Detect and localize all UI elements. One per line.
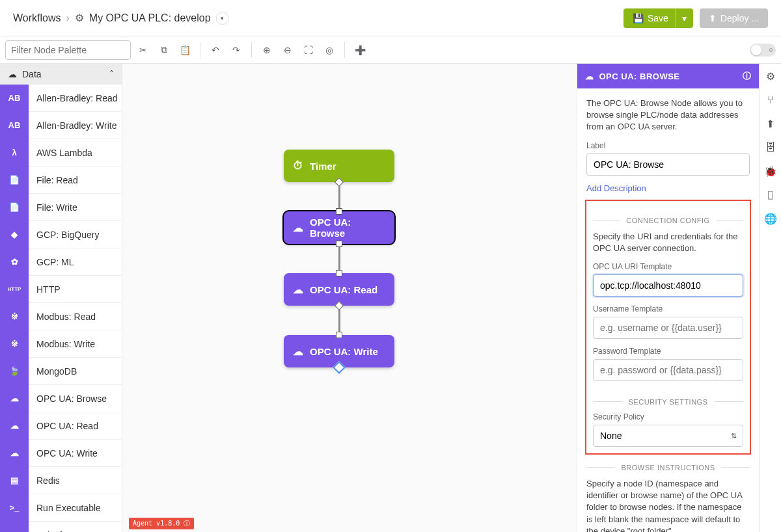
- connector-out[interactable]: [335, 301, 344, 310]
- node-opcua-read[interactable]: ☁ OPC UA: Read: [284, 273, 394, 306]
- chevron-up-icon: ˄: [109, 69, 114, 79]
- node-label: Timer: [310, 161, 336, 172]
- branch-icon[interactable]: ⑂: [767, 94, 774, 106]
- palette-item[interactable]: ▤Redis: [0, 467, 122, 494]
- undo-icon[interactable]: ↶: [207, 42, 224, 59]
- connection-desc: Specify the URI and credentials for the …: [593, 231, 743, 254]
- palette-item-label: Modbus: Read: [29, 312, 96, 322]
- zoom-out-icon[interactable]: ⊖: [279, 42, 296, 59]
- debug-toggle[interactable]: 0: [750, 44, 776, 57]
- add-description-link[interactable]: Add Description: [586, 183, 646, 193]
- center-icon[interactable]: ◎: [321, 42, 338, 59]
- node-opcua-browse[interactable]: ☁ OPC UA: Browse: [284, 211, 394, 244]
- username-input[interactable]: [593, 317, 743, 339]
- palette-item[interactable]: ◆GCP: BigQuery: [0, 221, 122, 248]
- palette-item[interactable]: HTTPHTTP: [0, 276, 122, 303]
- version-dropdown[interactable]: ▾: [216, 12, 229, 25]
- palette-item-label: GCP: ML: [29, 257, 74, 267]
- node-label: OPC UA: Browse: [310, 217, 385, 239]
- connector-out[interactable]: [336, 241, 342, 247]
- palette-item-icon: ☁: [0, 412, 29, 440]
- palette-item-icon: ▤: [0, 467, 29, 494]
- palette-item-label: MongoDB: [29, 366, 77, 377]
- uri-input[interactable]: [593, 274, 743, 297]
- agent-version-tag: Agent v1.8.0 ⓘ: [129, 518, 194, 529]
- canvas[interactable]: ⏱ Timer ☁ OPC UA: Browse ☁ OPC UA: Read …: [122, 64, 577, 532]
- cut-icon[interactable]: ✂: [135, 42, 152, 59]
- palette-item-label: Redis: [29, 475, 60, 486]
- palette-group-label: Data: [22, 69, 42, 79]
- palette-item-label: Salesforce Cases: [29, 530, 108, 533]
- palette-item-icon: ☁: [0, 385, 29, 412]
- label-field-label: Label: [586, 141, 750, 150]
- palette-item[interactable]: ABAllen-Bradley: Read: [0, 85, 122, 112]
- palette-item-label: AWS Lambda: [29, 148, 92, 158]
- save-button[interactable]: 💾 Save: [623, 8, 678, 28]
- palette-item-label: OPC UA: Browse: [29, 393, 107, 404]
- save-dropdown[interactable]: ▾: [675, 8, 693, 28]
- palette-item-icon: ※: [0, 303, 29, 330]
- palette-item[interactable]: ☁OPC UA: Browse: [0, 385, 122, 412]
- globe-icon[interactable]: 🌐: [764, 213, 777, 225]
- palette-item[interactable]: ※Modbus: Write: [0, 330, 122, 358]
- connector-in[interactable]: [336, 270, 342, 276]
- connector-in[interactable]: [336, 208, 342, 215]
- palette-item[interactable]: 📄File: Read: [0, 166, 122, 194]
- palette-item-icon: ☁: [0, 440, 29, 467]
- right-rail: ⚙ ⑂ ⬆ 🗄 🐞 ⌷ 🌐: [759, 64, 781, 532]
- palette-item[interactable]: >_Run Executable: [0, 494, 122, 522]
- breadcrumb: Workflows › ⚙ My OPC UA PLC: develop ▾: [13, 12, 229, 25]
- add-node-icon[interactable]: ➕: [351, 42, 368, 59]
- cloud-upload-icon: ☁: [293, 345, 303, 358]
- palette-item[interactable]: ☁Salesforce Cases: [0, 522, 122, 532]
- palette-items: ABAllen-Bradley: ReadABAllen-Bradley: Wr…: [0, 85, 122, 532]
- palette-item[interactable]: 📄File: Write: [0, 194, 122, 221]
- palette-item-label: Run Executable: [29, 503, 101, 513]
- node-opcua-write[interactable]: ☁ OPC UA: Write: [284, 335, 394, 367]
- node-label: OPC UA: Write: [310, 346, 378, 357]
- palette-item[interactable]: ✿GCP: ML: [0, 248, 122, 276]
- gear-icon[interactable]: ⚙: [766, 70, 775, 83]
- palette-item-icon: ✿: [0, 248, 29, 276]
- paste-icon[interactable]: 📋: [176, 42, 193, 59]
- database-icon[interactable]: 🗄: [765, 142, 776, 153]
- palette-item-icon: 🍃: [0, 358, 29, 385]
- deploy-button[interactable]: ⬆ Deploy ...: [700, 8, 768, 28]
- copy-icon[interactable]: ⧉: [156, 42, 172, 59]
- palette-item-icon: ◆: [0, 221, 29, 248]
- palette-item-label: Modbus: Write: [29, 339, 95, 349]
- palette-item[interactable]: 🍃MongoDB: [0, 358, 122, 385]
- palette-item[interactable]: ☁OPC UA: Read: [0, 412, 122, 440]
- palette-group-data[interactable]: ☁ Data ˄: [0, 64, 122, 85]
- cloud-download-icon: ☁: [293, 222, 303, 234]
- upload-icon[interactable]: ⬆: [766, 118, 774, 130]
- fit-icon[interactable]: ⛶: [300, 42, 317, 59]
- cloud-download-icon: ☁: [293, 284, 303, 296]
- connector-out[interactable]: [335, 178, 344, 187]
- security-policy-select[interactable]: None: [593, 425, 743, 447]
- node-timer[interactable]: ⏱ Timer: [284, 150, 394, 182]
- gear-icon: ⚙: [75, 12, 84, 24]
- palette-item-icon: AB: [0, 112, 29, 139]
- palette-item[interactable]: ABAllen-Bradley: Write: [0, 112, 122, 139]
- device-icon[interactable]: ⌷: [767, 189, 774, 201]
- palette-item[interactable]: λAWS Lambda: [0, 139, 122, 166]
- palette-item-label: File: Read: [29, 175, 78, 185]
- zoom-in-icon[interactable]: ⊕: [258, 42, 275, 59]
- palette-item[interactable]: ※Modbus: Read: [0, 303, 122, 330]
- connector-out[interactable]: [333, 361, 346, 374]
- breadcrumb-workflows[interactable]: Workflows: [13, 12, 61, 24]
- label-input[interactable]: [586, 153, 750, 176]
- palette-item-label: File: Write: [29, 202, 77, 213]
- section-security: SECURITY SETTINGS: [593, 398, 743, 406]
- password-input[interactable]: [593, 359, 743, 381]
- debug-icon[interactable]: 🐞: [764, 165, 777, 178]
- connector-in[interactable]: [336, 332, 342, 338]
- palette-item-icon: 📄: [0, 194, 29, 221]
- filter-input[interactable]: [5, 40, 131, 60]
- breadcrumb-separator: ›: [66, 12, 70, 24]
- help-icon[interactable]: ⓘ: [743, 70, 752, 82]
- palette-item[interactable]: ☁OPC UA: Write: [0, 440, 122, 467]
- palette-item-label: Allen-Bradley: Write: [29, 120, 116, 131]
- redo-icon[interactable]: ↷: [228, 42, 245, 59]
